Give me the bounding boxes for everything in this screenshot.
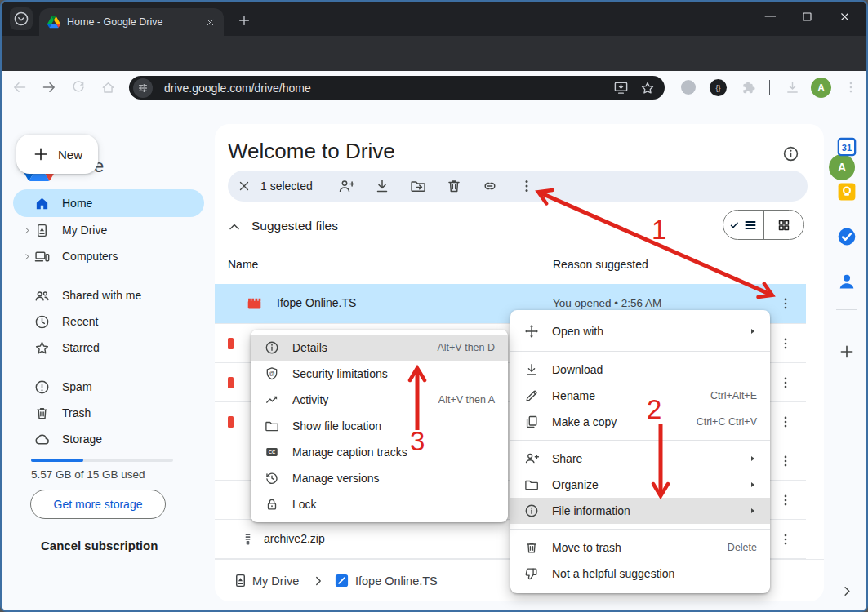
minimize-button[interactable] (750, 3, 788, 29)
collapse-section-button[interactable] (225, 218, 243, 236)
menu-item-not-a-helpful-suggestion[interactable]: Not a helpful suggestion (510, 561, 770, 587)
row-menu-button[interactable] (777, 413, 795, 431)
sidebar-item-trash[interactable]: Trash (13, 400, 204, 426)
menu-item-open-with[interactable]: Open with (510, 317, 770, 346)
download-action-button[interactable] (373, 177, 391, 195)
menu-item-share[interactable]: Share (510, 446, 770, 472)
row-menu-button[interactable] (777, 374, 795, 392)
file-reason: You opened • 2:56 AM (553, 297, 661, 309)
my-drive-icon (233, 573, 248, 588)
clear-selection-button[interactable] (236, 178, 252, 194)
sidebar-item-storage[interactable]: Storage (13, 426, 204, 452)
side-panel-contacts-button[interactable] (836, 271, 857, 292)
submenu-item-show-file-location[interactable]: Show file location (251, 413, 508, 439)
drive-header: Drive Search in Drive ? A (2, 71, 866, 124)
maximize-button[interactable] (788, 3, 826, 29)
cancel-subscription-link[interactable]: Cancel subscription (41, 539, 158, 552)
menu-item-label: Rename (552, 389, 701, 402)
window-controls (750, 3, 863, 29)
side-panel-tasks-button[interactable] (836, 226, 857, 247)
submenu-item-security-limitations[interactable]: @Security limitations (251, 361, 508, 387)
list-view-button[interactable] (723, 211, 763, 239)
row-menu-button[interactable] (777, 530, 795, 548)
menu-item-move-to-trash[interactable]: Move to trashDelete (510, 534, 770, 561)
browser-tab[interactable]: Home - Google Drive (39, 8, 224, 36)
menu-item-label: Download (552, 363, 757, 376)
submenu-item-details[interactable]: DetailsAlt+V then D (251, 335, 508, 361)
submenu-item-activity[interactable]: ActivityAlt+V then A (251, 387, 508, 413)
share-action-button[interactable] (337, 177, 355, 195)
sidebar-item-spam[interactable]: Spam (13, 374, 204, 400)
menu-item-rename[interactable]: RenameCtrl+Alt+E (510, 383, 770, 409)
sidebar-item-my-drive[interactable]: My Drive (13, 217, 204, 243)
sidebar-item-label: Home (62, 197, 92, 210)
sidebar-item-label: Starred (62, 341, 100, 354)
menu-item-download[interactable]: Download (510, 357, 770, 383)
column-header-reason[interactable]: Reason suggested (553, 258, 648, 271)
submenu-arrow-icon (749, 327, 757, 335)
storage-usage-text: 5.57 GB of 15 GB used (31, 468, 145, 481)
menu-item-shortcut: Alt+V then D (437, 342, 495, 353)
hide-side-panel-button[interactable] (839, 583, 855, 599)
menu-item-organize[interactable]: Organize (510, 472, 770, 498)
submenu-arrow-icon (749, 481, 757, 489)
new-tab-button[interactable] (234, 10, 255, 31)
person-add-icon (523, 451, 540, 466)
pencil-icon (523, 388, 540, 403)
submenu-item-manage-versions[interactable]: Manage versions (251, 465, 508, 491)
info-icon (264, 340, 280, 355)
menu-item-make-a-copy[interactable]: Make a copyCtrl+C Ctrl+V (510, 409, 770, 435)
sidebar-item-computers[interactable]: Computers (13, 243, 204, 269)
more-action-button[interactable] (518, 177, 536, 195)
breadcrumb-file[interactable]: Ifope Online.TS (355, 574, 438, 588)
partial-file-icon (228, 338, 234, 349)
close-icon (839, 11, 851, 23)
tab-search-button[interactable] (10, 7, 33, 30)
file-name: archive2.zip (264, 532, 325, 545)
sidebar-item-home[interactable]: Home (13, 189, 204, 217)
menu-item-label: Not a helpful suggestion (552, 567, 757, 580)
copy-icon (523, 415, 540, 429)
expander-icon[interactable] (23, 226, 34, 235)
svg-text:CC: CC (269, 450, 276, 455)
menu-item-label: Make a copy (552, 415, 687, 428)
history-icon (264, 471, 280, 486)
svg-text:31: 31 (842, 143, 852, 153)
menu-item-label: Open with (552, 325, 741, 338)
add-apps-button[interactable] (837, 342, 857, 361)
close-window-button[interactable] (826, 3, 863, 29)
menu-item-shortcut: Alt+V then A (438, 394, 495, 406)
side-panel-calendar-button[interactable]: 31 (836, 136, 857, 157)
folder-icon (264, 419, 280, 433)
new-button[interactable]: New (16, 135, 98, 174)
sidebar-item-recent[interactable]: Recent (13, 308, 204, 335)
tab-close-icon[interactable] (205, 17, 216, 28)
row-menu-button[interactable] (777, 452, 795, 470)
delete-action-button[interactable] (445, 177, 463, 195)
row-menu-button[interactable] (777, 335, 795, 353)
menu-item-file-information[interactable]: File information (510, 498, 770, 524)
row-menu-button[interactable] (777, 491, 795, 509)
sidebar-item-shared-with-me[interactable]: Shared with me (13, 282, 204, 308)
breadcrumb-my-drive[interactable]: My Drive (252, 574, 299, 588)
list-view-icon (744, 219, 757, 232)
sidebar-item-starred[interactable]: Starred (13, 335, 204, 361)
menu-item-label: Show file location (292, 419, 495, 432)
menu-divider (510, 440, 770, 441)
grid-view-button[interactable] (763, 211, 804, 239)
svg-text:@: @ (269, 370, 274, 377)
column-header-name[interactable]: Name (228, 258, 258, 271)
move-action-button[interactable] (409, 177, 427, 195)
sidebar: New HomeMy DriveComputersShared with meR… (2, 124, 215, 612)
chevron-down-circle-icon (13, 11, 29, 27)
expander-icon[interactable] (23, 252, 34, 261)
row-menu-button[interactable] (777, 295, 795, 313)
side-panel-keep-button[interactable] (836, 181, 857, 202)
get-more-storage-button[interactable]: Get more storage (30, 490, 166, 519)
submenu-item-lock[interactable]: Lock (251, 491, 508, 517)
info-icon[interactable] (782, 145, 799, 162)
section-title: Suggested files (251, 219, 338, 233)
link-action-button[interactable] (481, 177, 499, 195)
minimize-icon (763, 10, 776, 23)
submenu-item-manage-caption-tracks[interactable]: CCManage caption tracks (251, 439, 508, 465)
